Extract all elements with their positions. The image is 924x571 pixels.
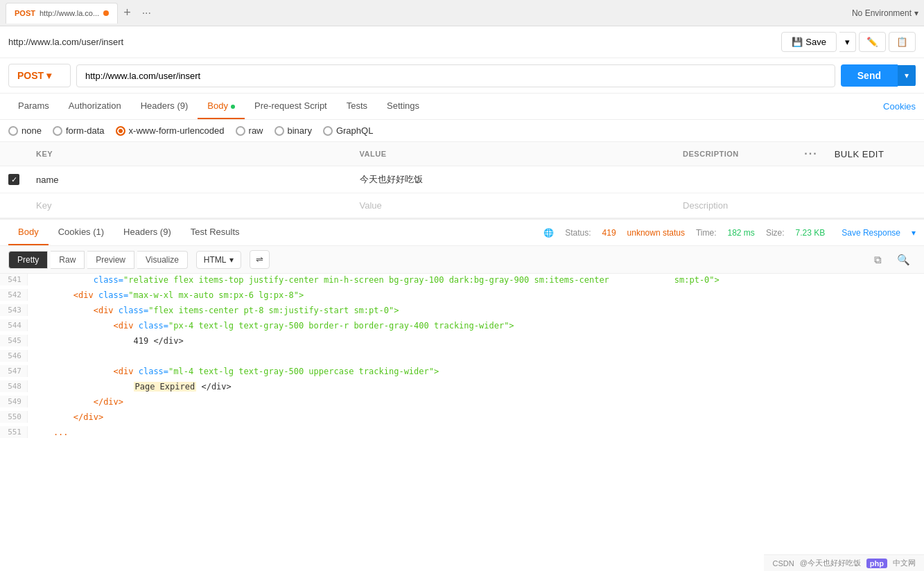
row-checkbox-cell[interactable]: ✓ xyxy=(0,166,28,193)
tab-headers[interactable]: Headers (9) xyxy=(131,94,198,119)
wrap-button[interactable]: ⇌ xyxy=(250,250,270,269)
tab-tests[interactable]: Tests xyxy=(337,94,377,119)
copy-icon-button[interactable]: 📋 xyxy=(889,32,916,52)
line-code: <div class="ml-4 text-lg text-gray-500 u… xyxy=(28,365,924,378)
html-tag: <div xyxy=(33,321,139,331)
raw-button[interactable]: Raw xyxy=(51,251,85,269)
code-line: 542 <div class="max-w-xl mx-auto sm:px-6… xyxy=(0,289,924,304)
save-dropdown-button[interactable]: ▾ xyxy=(839,32,856,52)
line-number: 548 xyxy=(0,380,28,392)
line-number: 542 xyxy=(0,289,28,301)
tab-method: POST xyxy=(15,9,35,17)
active-tab[interactable]: POST http://www.la.co... xyxy=(6,3,118,24)
response-tab-testresults[interactable]: Test Results xyxy=(181,220,250,245)
save-response-button[interactable]: Save Response xyxy=(842,228,900,238)
method-label: POST xyxy=(17,70,44,81)
line-code: 419 </div> xyxy=(28,335,924,347)
tab-authorization[interactable]: Authorization xyxy=(59,94,131,119)
radio-urlencoded xyxy=(116,126,125,136)
line-number: 551 xyxy=(0,426,28,438)
body-type-form-data[interactable]: form-data xyxy=(53,125,105,136)
format-selector[interactable]: HTML ▾ xyxy=(196,251,241,269)
pretty-button[interactable]: Pretty xyxy=(8,251,48,269)
send-button[interactable]: Send xyxy=(841,64,898,87)
bulk-edit-button[interactable]: Bulk Edit xyxy=(835,149,884,159)
format-chevron-icon: ▾ xyxy=(229,255,234,265)
html-tag: <div xyxy=(33,367,139,376)
html-tag: </div> xyxy=(33,412,103,422)
body-type-binary[interactable]: binary xyxy=(274,125,312,136)
new-tab-button[interactable]: + xyxy=(118,3,137,23)
string-value: sm:pt-0"> xyxy=(609,275,720,285)
line-code: <div class="max-w-xl mx-auto sm:px-6 lg:… xyxy=(28,289,924,301)
copy-code-button[interactable]: ⧉ xyxy=(869,251,887,269)
response-tab-headers[interactable]: Headers (9) xyxy=(114,220,181,245)
preview-button[interactable]: Preview xyxy=(87,251,134,269)
send-dropdown-button[interactable]: ▾ xyxy=(898,65,916,86)
code-toolbar: Pretty Raw Preview Visualize HTML ▾ ⇌ ⧉ … xyxy=(0,246,924,274)
url-input[interactable] xyxy=(76,64,835,87)
radio-none xyxy=(8,126,18,136)
save-button[interactable]: 💾 Save xyxy=(781,32,837,52)
cookies-button[interactable]: Cookies xyxy=(883,94,916,118)
tab-more-button[interactable]: ··· xyxy=(137,4,157,22)
radio-raw xyxy=(236,126,245,136)
response-tab-cookies[interactable]: Cookies (1) xyxy=(49,220,114,245)
edit-icon-button[interactable]: ✏️ xyxy=(859,32,886,52)
radio-binary xyxy=(274,126,284,136)
size-val: 7.23 KB xyxy=(796,228,826,238)
method-chevron-icon: ▾ xyxy=(46,70,51,81)
send-button-group: Send ▾ xyxy=(841,64,916,87)
body-type-urlencoded[interactable]: x-www-form-urlencoded xyxy=(116,125,225,136)
body-type-none[interactable]: none xyxy=(8,125,42,136)
response-tab-body[interactable]: Body xyxy=(8,220,49,245)
tab-settings[interactable]: Settings xyxy=(377,94,429,119)
string-value: "ml-4 text-lg text-gray-500 uppercase tr… xyxy=(168,367,439,376)
empty-desc-cell[interactable]: Description xyxy=(674,193,782,218)
visualize-button[interactable]: Visualize xyxy=(137,251,188,269)
code-line: 549 </div> xyxy=(0,396,924,411)
tab-body[interactable]: Body xyxy=(198,94,245,119)
radio-form-data xyxy=(53,126,62,136)
line-code: class="relative flex items-top justify-c… xyxy=(28,274,924,286)
code-line: 545 419 </div> xyxy=(0,335,924,350)
more-actions-icon[interactable]: ··· xyxy=(804,148,817,159)
empty-key-cell[interactable]: Key xyxy=(28,193,351,218)
size-label: Size: xyxy=(766,228,785,238)
url-actions: 💾 Save ▾ ✏️ 📋 xyxy=(781,32,916,52)
col-header-key: KEY xyxy=(28,142,351,166)
line-number: 543 xyxy=(0,304,28,316)
line-number: 541 xyxy=(0,274,28,286)
line-number: 547 xyxy=(0,365,28,377)
body-active-dot xyxy=(231,105,235,109)
request-config: POST ▾ Send ▾ xyxy=(0,58,924,94)
save-icon: 💾 xyxy=(792,37,803,47)
format-label: HTML xyxy=(204,255,227,265)
tab-url: http://www.la.co... xyxy=(40,9,99,17)
save-response-chevron-icon[interactable]: ▾ xyxy=(912,228,916,238)
row-checkbox[interactable]: ✓ xyxy=(8,174,19,185)
environment-selector[interactable]: No Environment ▾ xyxy=(852,8,918,18)
row-key: name xyxy=(36,175,59,185)
empty-value-cell[interactable]: Value xyxy=(351,193,675,218)
tab-params[interactable]: Params xyxy=(8,94,59,119)
line-code: </div> xyxy=(28,396,924,408)
row-value-cell[interactable]: 今天也好好吃饭 xyxy=(351,166,675,193)
response-tabs: Body Cookies (1) Headers (9) Test Result… xyxy=(0,220,924,246)
body-type-graphql[interactable]: GraphQL xyxy=(323,125,373,136)
code-line: 547 <div class="ml-4 text-lg text-gray-5… xyxy=(0,365,924,380)
html-attr: class= xyxy=(119,306,148,315)
method-selector[interactable]: POST ▾ xyxy=(8,64,71,87)
code-line: 548 Page Expired </div> xyxy=(0,380,924,396)
body-type-raw[interactable]: raw xyxy=(236,125,263,136)
html-attr: class= xyxy=(139,367,168,376)
status-text: unknown status xyxy=(627,228,685,238)
row-key-cell[interactable]: name xyxy=(28,166,351,193)
row-desc-cell[interactable] xyxy=(674,166,782,193)
line-code: Page Expired </div> xyxy=(28,380,924,393)
col-header-value: VALUE xyxy=(351,142,675,166)
code-text xyxy=(33,382,134,392)
search-code-button[interactable]: 🔍 xyxy=(891,251,916,269)
env-label: No Environment xyxy=(852,8,912,18)
tab-prerequest[interactable]: Pre-request Script xyxy=(245,94,337,119)
